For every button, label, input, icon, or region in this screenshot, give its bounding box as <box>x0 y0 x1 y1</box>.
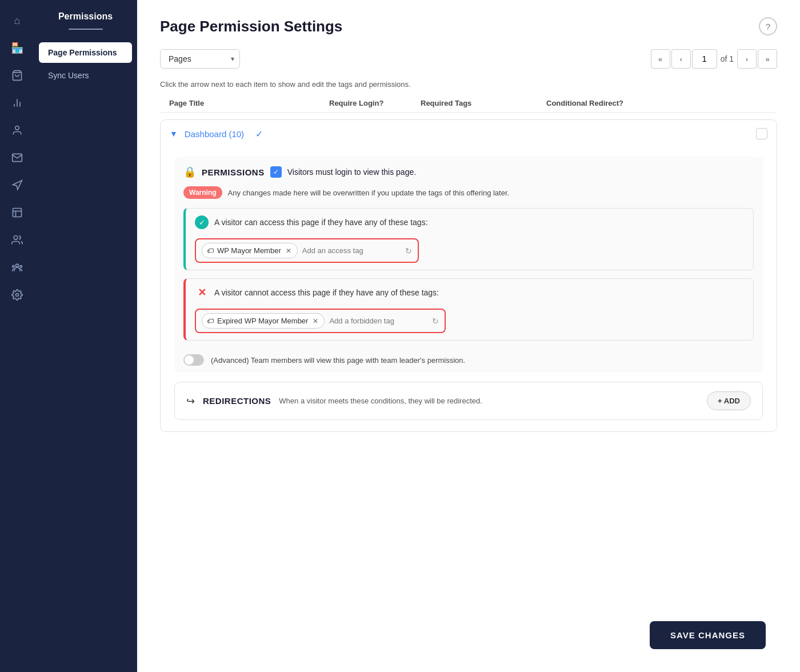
chart-icon[interactable] <box>6 91 29 114</box>
pagination-prev-btn[interactable]: ‹ <box>671 49 691 69</box>
svg-point-12 <box>16 294 19 297</box>
access-tags-row: 🏷 WP Mayor Member ✕ ↻ <box>186 234 753 270</box>
dashboard-card: ▼ Dashboard (10) ✓ 🔒 PERMISSIONS ✓ Visit… <box>160 119 777 432</box>
page-title: Page Permission Settings <box>160 18 342 35</box>
refresh-access-icon[interactable]: ↻ <box>405 246 412 255</box>
forbidden-tag-expired: 🏷 Expired WP Mayor Member ✕ <box>202 313 325 329</box>
forbidden-tag-label-icon: 🏷 <box>207 317 214 325</box>
th-require-login: Require Login? <box>329 99 421 107</box>
permissions-label: PERMISSIONS <box>202 167 265 177</box>
team-icon[interactable] <box>6 256 29 279</box>
svg-point-10 <box>13 266 14 267</box>
toggle-knob <box>185 355 194 365</box>
sidebar-item-page-permissions[interactable]: Page Permissions <box>39 42 132 63</box>
instruction-text: Click the arrow next to each item to sho… <box>160 80 777 89</box>
redirections-description: When a visitor meets these conditions, t… <box>279 397 699 405</box>
pages-icon[interactable] <box>6 201 29 224</box>
login-required-checkbox[interactable]: ✓ <box>270 166 282 178</box>
save-bar: SAVE CHANGES <box>650 621 766 649</box>
group-icon[interactable] <box>6 229 29 251</box>
svg-rect-5 <box>13 209 22 217</box>
svg-point-8 <box>14 236 18 240</box>
home-icon[interactable]: ⌂ <box>6 9 29 32</box>
redirect-icon: ↪ <box>186 395 195 407</box>
card-body: 🔒 PERMISSIONS ✓ Visitors must login to v… <box>161 147 777 431</box>
save-changes-button[interactable]: SAVE CHANGES <box>650 621 766 649</box>
th-page-title: Page Title <box>169 99 329 107</box>
forbidden-tag-input-box[interactable]: 🏷 Expired WP Mayor Member ✕ ↻ <box>195 309 446 333</box>
tag-label-icon: 🏷 <box>207 247 214 255</box>
warning-badge: Warning <box>183 186 222 199</box>
dashboard-title-link[interactable]: Dashboard (10) <box>185 129 244 139</box>
advanced-toggle[interactable] <box>183 354 204 366</box>
svg-point-4 <box>15 126 19 130</box>
mail-icon[interactable] <box>6 146 29 169</box>
content-type-dropdown-wrapper: Pages Posts Products ▾ <box>160 49 240 69</box>
can-access-header: ✓ A visitor can access this page if they… <box>186 209 753 234</box>
card-header-row: ▼ Dashboard (10) ✓ <box>161 120 777 147</box>
cannot-access-box: ✕ A visitor cannot access this page if t… <box>183 278 754 341</box>
can-access-text: A visitor can access this page if they h… <box>214 218 428 227</box>
forbidden-tag-label: Expired WP Mayor Member <box>217 317 308 325</box>
redirections-section: ↪ REDIRECTIONS When a visitor meets thes… <box>174 382 763 420</box>
sidebar: Permissions Page Permissions Sync Users <box>34 0 137 672</box>
settings-icon[interactable] <box>6 283 29 306</box>
cannot-access-header: ✕ A visitor cannot access this page if t… <box>186 279 753 304</box>
login-required-text: Visitors must login to view this page. <box>287 167 416 177</box>
pagination-next-btn[interactable]: › <box>737 49 757 69</box>
megaphone-icon[interactable] <box>6 174 29 197</box>
pagination-last-btn[interactable]: » <box>758 49 777 69</box>
add-forbidden-tag-input[interactable] <box>329 317 425 325</box>
can-access-box: ✓ A visitor can access this page if they… <box>183 208 754 270</box>
warning-text: Any changes made here will be overwritte… <box>228 189 510 197</box>
cannot-access-text: A visitor cannot access this page if the… <box>214 288 439 297</box>
toolbar-row: Pages Posts Products ▾ « ‹ of 1 › » <box>160 49 777 69</box>
main-content: Page Permission Settings ? Pages Posts P… <box>137 0 800 672</box>
access-x-icon: ✕ <box>195 286 209 299</box>
dashboard-checkmark-icon: ✓ <box>255 129 263 139</box>
sidebar-divider <box>69 29 103 30</box>
pagination-first-btn[interactable]: « <box>651 49 670 69</box>
access-check-icon: ✓ <box>195 215 209 229</box>
dashboard-redirect-checkbox[interactable] <box>756 128 767 139</box>
lock-icon: 🔒 <box>183 166 196 178</box>
table-header: Page Title Require Login? Required Tags … <box>160 99 777 113</box>
redirections-label: REDIRECTIONS <box>203 396 271 406</box>
th-conditional-redirect: Conditional Redirect? <box>546 99 649 107</box>
access-tag-input-box[interactable]: 🏷 WP Mayor Member ✕ ↻ <box>195 238 419 263</box>
permissions-header: 🔒 PERMISSIONS ✓ Visitors must login to v… <box>183 166 754 178</box>
access-tag-label: WP Mayor Member <box>217 246 281 255</box>
dashboard-chevron-icon[interactable]: ▼ <box>170 129 178 138</box>
sidebar-title: Permissions <box>34 11 137 29</box>
user-icon[interactable] <box>6 119 29 142</box>
sidebar-item-sync-users[interactable]: Sync Users <box>39 65 132 86</box>
access-tag-wp-mayor: 🏷 WP Mayor Member ✕ <box>202 243 298 258</box>
content-type-dropdown[interactable]: Pages Posts Products <box>160 49 240 69</box>
store-icon[interactable]: 🏪 <box>6 37 29 59</box>
forbidden-tags-row: 🏷 Expired WP Mayor Member ✕ ↻ <box>186 304 753 340</box>
th-required-tags: Required Tags <box>421 99 546 107</box>
svg-point-11 <box>20 266 22 267</box>
access-tag-remove-icon[interactable]: ✕ <box>286 247 291 255</box>
pagination-page-input[interactable] <box>692 49 717 69</box>
advanced-toggle-row: (Advanced) Team members will view this p… <box>183 349 754 366</box>
svg-point-9 <box>16 264 19 267</box>
advanced-text: (Advanced) Team members will view this p… <box>211 356 465 365</box>
warning-row: Warning Any changes made here will be ov… <box>183 186 754 199</box>
add-redirect-button[interactable]: + ADD <box>707 391 751 410</box>
forbidden-tag-remove-icon[interactable]: ✕ <box>313 317 318 325</box>
page-header: Page Permission Settings ? <box>160 17 777 35</box>
help-icon[interactable]: ? <box>759 17 777 35</box>
nested-card: 🔒 PERMISSIONS ✓ Visitors must login to v… <box>174 157 763 373</box>
pagination-of-label: of 1 <box>721 54 734 63</box>
add-access-tag-input[interactable] <box>302 246 398 255</box>
icon-rail: ⌂ 🏪 <box>0 0 34 672</box>
cart-icon[interactable] <box>6 64 29 87</box>
refresh-forbidden-icon[interactable]: ↻ <box>432 317 439 326</box>
pagination: « ‹ of 1 › » <box>651 49 777 69</box>
